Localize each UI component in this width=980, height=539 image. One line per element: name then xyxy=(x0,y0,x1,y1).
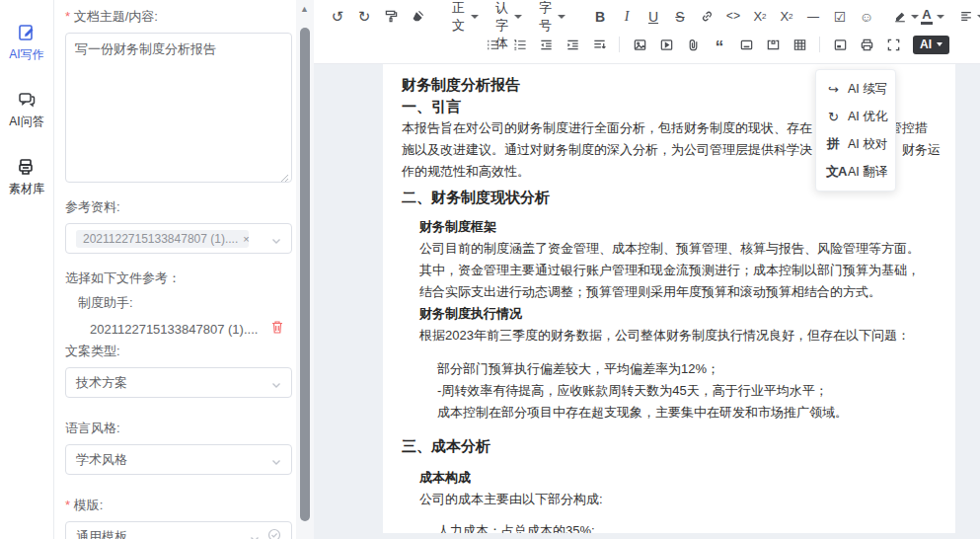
print-button[interactable] xyxy=(854,33,879,56)
doc-edit-icon xyxy=(16,22,38,43)
subscript-x: X xyxy=(753,9,762,24)
panel-scrollbar-thumb[interactable] xyxy=(300,28,310,521)
font-size-value: 字号 xyxy=(539,0,552,35)
line-spacing-button[interactable] xyxy=(586,33,612,56)
panel-scrollbar[interactable]: ▲ xyxy=(296,0,314,539)
topic-label: 文档主题/内容: xyxy=(65,8,292,26)
topic-textarea[interactable]: 写一份财务制度分析报告 xyxy=(65,33,292,183)
app-window: AI写作 AI问答 素材库 文档主题/内容: 写一份财务制度分析报告 xyxy=(0,0,980,539)
file-name: 2021122715133847807 (1).... xyxy=(90,322,270,337)
sidebar-item-ai-qa[interactable]: AI问答 xyxy=(0,89,53,130)
underline-button[interactable]: U xyxy=(641,5,666,29)
library-icon xyxy=(16,156,38,178)
translate-icon: 文A xyxy=(826,163,841,181)
menu-item-ai-optimize[interactable]: ↻ AI 优化 xyxy=(816,103,895,130)
bold-button[interactable]: B xyxy=(587,5,613,29)
superscript-button[interactable]: X2 xyxy=(774,5,799,29)
toolbar-row-1: ↺ ↻ 正文 默认字体 字号 B I U S xyxy=(314,0,980,30)
task-list-button[interactable]: ☑ xyxy=(827,5,853,29)
fullscreen-button[interactable] xyxy=(880,33,906,56)
writing-form-panel: 文档主题/内容: 写一份财务制度分析报告 参考资料: 2021122715133… xyxy=(54,0,296,539)
doc-list-line: 人力成本：占总成本的35%; xyxy=(437,520,937,533)
topic-value: 写一份财务制度分析报告 xyxy=(75,41,216,56)
menu-item-ai-proofread[interactable]: 拼 AI 校对 xyxy=(816,130,895,158)
doc-subheading: 财务制度执行情况 xyxy=(419,303,937,325)
sidebar-item-material-library[interactable]: 素材库 xyxy=(0,156,53,197)
sidebar-item-label: 素材库 xyxy=(9,181,44,197)
font-family-dropdown[interactable]: 默认字体 xyxy=(488,5,530,29)
paragraph-style-value: 正文 xyxy=(452,0,465,35)
chevron-down-icon xyxy=(250,532,260,539)
menu-item-ai-translate[interactable]: 文A AI 翻译 xyxy=(816,158,895,186)
caret-down-icon xyxy=(471,15,479,19)
reference-tag: 2021122715133847807 (1).... × xyxy=(76,230,249,248)
page-mode-button[interactable] xyxy=(827,33,853,56)
highlight-color-dropdown[interactable] xyxy=(893,5,919,29)
format-painter-icon[interactable] xyxy=(378,5,404,29)
horizontal-rule-button[interactable]: — xyxy=(800,5,826,29)
outdent-button[interactable] xyxy=(533,33,559,56)
toolbar-separator xyxy=(819,37,820,52)
indent-button[interactable] xyxy=(560,33,585,56)
app-sidebar: AI写作 AI问答 素材库 xyxy=(0,0,54,539)
doc-type-label: 文案类型: xyxy=(65,343,292,360)
file-section-label: 选择如下文件参考： xyxy=(65,270,292,287)
inline-code-button[interactable]: <> xyxy=(720,5,746,29)
sidebar-item-label: AI问答 xyxy=(9,114,43,130)
doc-paragraph-line: 其中，资金管理主要通过银行账户管理和现金流预测进行；成本控制以部门预算为基础， xyxy=(419,260,937,281)
font-color-dropdown[interactable]: A xyxy=(920,5,945,29)
caret-down-icon xyxy=(937,42,942,46)
doc-subheading: 成本构成 xyxy=(419,467,937,489)
caret-down-icon xyxy=(514,15,522,19)
style-select[interactable]: 学术风格 xyxy=(65,444,292,475)
toolbar-separator xyxy=(619,37,620,52)
template-status-icon xyxy=(267,528,281,539)
superscript-n: 2 xyxy=(789,12,792,21)
doc-heading: 三、成本分析 xyxy=(402,435,937,457)
doc-type-select[interactable]: 技术方案 xyxy=(65,367,292,398)
undo-button[interactable]: ↺ xyxy=(325,5,350,29)
ordered-list-button[interactable] xyxy=(506,33,532,56)
redo-button[interactable]: ↻ xyxy=(351,5,377,29)
template-label: 模版: xyxy=(65,497,292,514)
caret-down-icon xyxy=(937,15,944,19)
insert-video-button[interactable] xyxy=(653,33,679,56)
doc-paragraph-line: 结合实际支出进行动态调整；预算管理则采用年度预算和滚动预算相结合的方式。 xyxy=(419,281,937,303)
emoji-button[interactable]: ☺ xyxy=(854,5,879,29)
template-value: 通用模板 xyxy=(76,528,127,539)
font-size-dropdown[interactable]: 字号 xyxy=(531,5,573,29)
caret-down-icon xyxy=(558,15,565,19)
menu-item-label: AI 优化 xyxy=(848,109,887,125)
link-icon[interactable] xyxy=(694,5,719,29)
strikethrough-button[interactable]: S xyxy=(667,5,693,29)
scroll-up-arrow-icon[interactable]: ▲ xyxy=(300,4,309,14)
insert-table-button[interactable] xyxy=(787,33,812,56)
superscript-x: X xyxy=(780,9,789,24)
tag-close-icon[interactable]: × xyxy=(243,233,249,245)
divider-button[interactable] xyxy=(733,33,759,56)
toolbar-row-2: “ AI xyxy=(314,30,980,59)
blockquote-button[interactable]: “ xyxy=(707,33,732,56)
chevron-down-icon xyxy=(271,455,281,465)
continue-writing-icon: ↪ xyxy=(826,82,841,97)
menu-item-ai-continue[interactable]: ↪ AI 续写 xyxy=(816,75,895,103)
ai-tools-menu: ↪ AI 续写 ↻ AI 优化 拼 AI 校对 文A AI 翻译 xyxy=(815,69,896,192)
textarea-resize-handle[interactable] xyxy=(280,171,289,180)
align-dropdown[interactable] xyxy=(959,5,980,29)
clear-format-icon[interactable] xyxy=(405,5,430,29)
doc-subheading: 财务制度框架 xyxy=(419,216,937,238)
ai-tools-dropdown[interactable]: AI xyxy=(913,36,949,54)
subscript-button[interactable]: X2 xyxy=(747,5,773,29)
paragraph-style-dropdown[interactable]: 正文 xyxy=(444,5,487,29)
insert-image-button[interactable] xyxy=(627,33,652,56)
italic-button[interactable]: I xyxy=(614,5,640,29)
bullet-list-button[interactable] xyxy=(480,33,505,56)
doc-list-line: 部分部门预算执行偏差较大，平均偏差率为12%； xyxy=(437,358,937,380)
code-block-button[interactable] xyxy=(760,33,786,56)
reference-select[interactable]: 2021122715133847807 (1).... × xyxy=(65,223,292,254)
attachment-button[interactable] xyxy=(680,33,706,56)
delete-file-icon[interactable] xyxy=(270,320,284,339)
sidebar-item-ai-writing[interactable]: AI写作 xyxy=(0,22,53,63)
template-select[interactable]: 通用模板 xyxy=(65,521,292,539)
font-color-a: A xyxy=(921,8,933,25)
